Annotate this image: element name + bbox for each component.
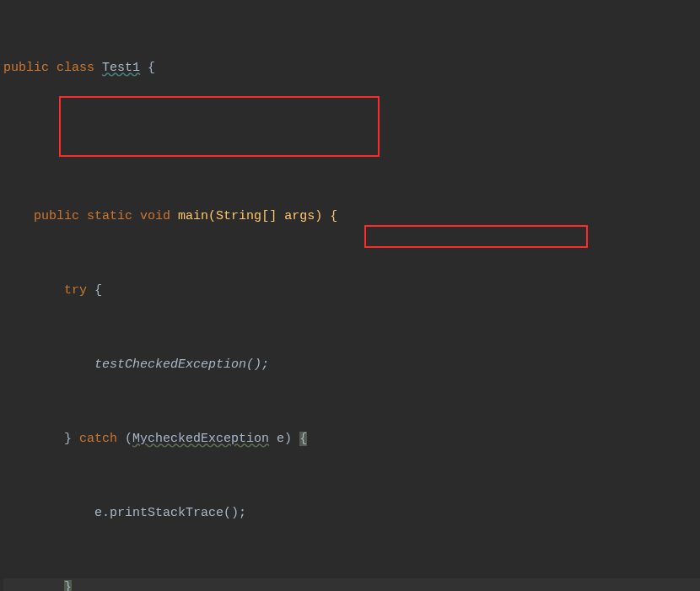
code-line: public static void main(String[] args) { <box>3 207 700 226</box>
class-name: Test1 <box>102 61 140 75</box>
code-line: } catch (MycheckedException e) { <box>3 430 700 449</box>
blank-line <box>3 133 700 152</box>
code-line: public class Test1 { <box>3 59 700 78</box>
exception-type: MycheckedException <box>132 432 269 446</box>
current-line: } <box>3 578 700 591</box>
code-line: try { <box>3 282 700 300</box>
keyword: public <box>3 61 49 75</box>
code-editor[interactable]: public class Test1 { public static void … <box>0 0 700 591</box>
code-line: e.printStackTrace(); <box>3 504 700 523</box>
method-main: main(String[] args) { <box>178 209 337 223</box>
method-call: testCheckedException(); <box>94 357 269 372</box>
matched-brace: { <box>299 432 307 446</box>
statement: e.printStackTrace(); <box>94 506 246 520</box>
brace: { <box>148 61 155 75</box>
annotation-box-throws <box>364 225 588 248</box>
code-line: testCheckedException(); <box>3 356 700 374</box>
matched-brace: } <box>64 580 72 591</box>
keyword: class <box>57 61 94 75</box>
